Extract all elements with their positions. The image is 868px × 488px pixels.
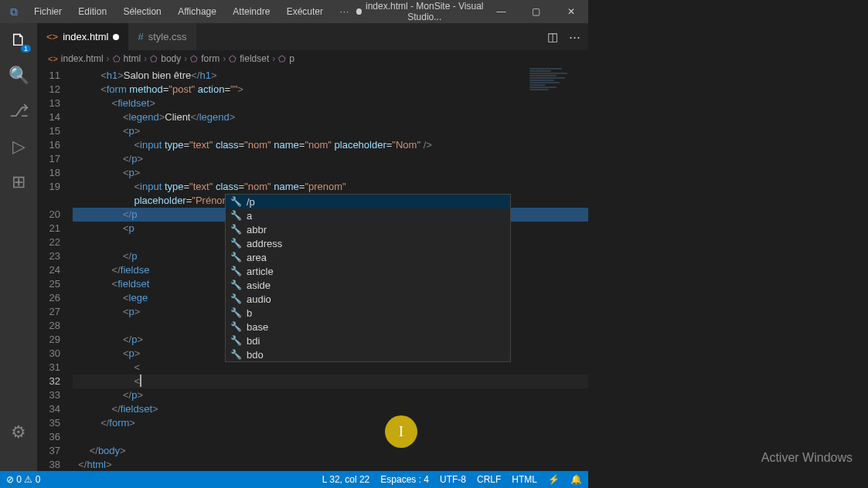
status-bar: ⊘ 0 ⚠ 0 L 32, col 22 Espaces : 4 UTF-8 C… (0, 471, 588, 488)
suggestion-item[interactable]: 🔧area (226, 250, 510, 264)
status-feedback-icon[interactable]: ⚡ (548, 474, 560, 485)
maximize-button[interactable]: ▢ (519, 0, 553, 23)
breadcrumb-item[interactable]: p (289, 53, 294, 64)
editor-area: <> index.html # style.css ◫ ⋯ <> index.h… (37, 23, 588, 471)
code-lines[interactable]: <h1>Salon bien être</h1> <form method="p… (73, 67, 588, 471)
suggestion-item[interactable]: 🔧bdo (226, 347, 510, 361)
breadcrumb-item[interactable]: index.html (61, 53, 104, 64)
suggestion-item[interactable]: 🔧article (226, 264, 510, 278)
tag-icon: ⬠ (150, 54, 158, 64)
activity-bar: 🗋1 🔍 ⎇ ▷ ⊞ ⚙ (0, 23, 37, 471)
cursor-highlight-icon: I (385, 415, 417, 448)
code-editor[interactable]: 1112131415161718192021222324252627282930… (37, 67, 588, 471)
tag-icon: ⬠ (113, 54, 121, 64)
css-file-icon: # (138, 31, 143, 42)
modified-dot-icon (356, 8, 361, 15)
breadcrumbs[interactable]: <> index.html› ⬠ html› ⬠ body› ⬠ form› ⬠… (37, 50, 588, 67)
tab-style-css[interactable]: # style.css (128, 23, 196, 50)
suggestion-item[interactable]: 🔧aside (226, 278, 510, 292)
window-title-text: index.html - MonSite - Visual Studio... (366, 1, 484, 22)
menu-go[interactable]: Atteindre (226, 6, 277, 17)
window-title: index.html - MonSite - Visual Studio... (356, 1, 484, 22)
tab-label: index.html (63, 31, 108, 42)
tab-label: style.css (148, 31, 187, 42)
menu-more[interactable]: ··· (332, 6, 356, 17)
suggestion-item[interactable]: 🔧b (226, 306, 510, 320)
file-icon: <> (48, 54, 58, 63)
breadcrumb-item[interactable]: html (124, 53, 141, 64)
source-control-icon[interactable]: ⎇ (8, 100, 29, 122)
menu-edit[interactable]: Edition (71, 6, 114, 17)
explorer-icon[interactable]: 🗋1 (8, 29, 29, 51)
vscode-window: ⧉ Fichier Edition Sélection Affichage At… (0, 0, 588, 488)
editor-actions: ◫ ⋯ (547, 30, 580, 44)
suggestion-item[interactable]: 🔧abbr (226, 222, 510, 236)
html-file-icon: <> (46, 31, 58, 42)
split-editor-icon[interactable]: ◫ (547, 30, 558, 44)
minimap[interactable] (529, 67, 584, 110)
menu-view[interactable]: Affichage (171, 6, 223, 17)
breadcrumb-item[interactable]: form (201, 53, 220, 64)
windows-watermark: Activer Windows (761, 451, 853, 465)
vscode-logo-icon: ⧉ (0, 5, 27, 19)
suggestion-item[interactable]: 🔧a (226, 208, 510, 222)
status-eol[interactable]: CRLF (477, 474, 501, 485)
status-cursor-position[interactable]: L 32, col 22 (322, 474, 370, 485)
menu-file[interactable]: Fichier (27, 6, 69, 17)
status-encoding[interactable]: UTF-8 (440, 474, 466, 485)
suggestion-item[interactable]: 🔧base (226, 320, 510, 334)
status-language[interactable]: HTML (512, 474, 537, 485)
suggestion-item[interactable]: 🔧address (226, 236, 510, 250)
minimize-button[interactable]: — (484, 0, 519, 23)
suggestion-item[interactable]: 🔧bdi (226, 334, 510, 347)
menu-bar: Fichier Edition Sélection Affichage Atte… (27, 6, 356, 17)
suggestion-widget[interactable]: 🔧/p🔧a🔧abbr🔧address🔧area🔧article🔧aside🔧au… (225, 194, 511, 362)
line-numbers: 1112131415161718192021222324252627282930… (37, 67, 73, 471)
search-icon[interactable]: 🔍 (8, 65, 29, 86)
breadcrumb-item[interactable]: body (161, 53, 181, 64)
run-debug-icon[interactable]: ▷ (8, 136, 29, 158)
window-controls: — ▢ ✕ (484, 0, 588, 23)
titlebar: ⧉ Fichier Edition Sélection Affichage At… (0, 0, 588, 23)
settings-gear-icon[interactable]: ⚙ (8, 422, 29, 443)
breadcrumb-item[interactable]: fieldset (240, 53, 269, 64)
status-indentation[interactable]: Espaces : 4 (380, 474, 429, 485)
status-problems[interactable]: ⊘ 0 ⚠ 0 (6, 474, 40, 485)
tag-icon: ⬠ (229, 54, 237, 64)
menu-run[interactable]: Exécuter (280, 6, 330, 17)
status-bell-icon[interactable]: 🔔 (570, 474, 582, 485)
tab-index-html[interactable]: <> index.html (37, 23, 128, 50)
extensions-icon[interactable]: ⊞ (8, 171, 29, 193)
close-button[interactable]: ✕ (553, 0, 588, 23)
suggestion-item[interactable]: 🔧/p (226, 195, 510, 208)
menu-selection[interactable]: Sélection (116, 6, 168, 17)
modified-indicator-icon (113, 34, 119, 40)
tag-icon: ⬠ (190, 54, 198, 64)
editor-tabs: <> index.html # style.css ◫ ⋯ (37, 23, 588, 50)
suggestion-item[interactable]: 🔧audio (226, 292, 510, 306)
tag-icon: ⬠ (278, 54, 286, 64)
more-actions-icon[interactable]: ⋯ (569, 30, 580, 44)
